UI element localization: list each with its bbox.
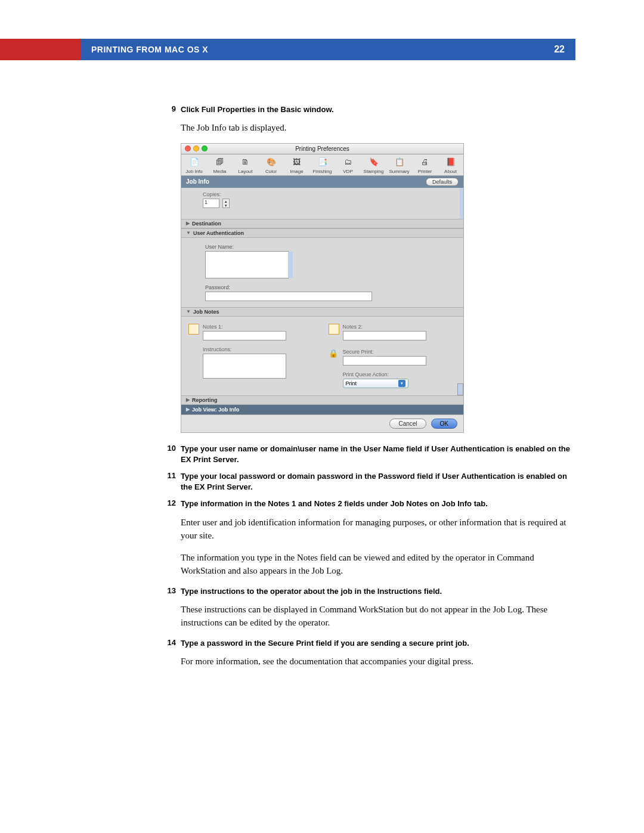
tab-color[interactable]: 🎨Color [258, 154, 284, 175]
user-auth-panel: User Name: Password: [181, 238, 463, 307]
user-auth-section[interactable]: ▼ User Authentication [181, 228, 463, 238]
ok-button[interactable]: OK [431, 419, 457, 429]
step-13: 13 Type instructions to the operator abo… [160, 586, 577, 597]
page-content: 9 Click Full Properties in the Basic win… [160, 104, 577, 677]
toolbar: 📄Job Info 🗐Media 🗎Layout 🎨Color 🖼Image 📑… [181, 154, 463, 176]
triangle-right-icon: ▶ [186, 397, 190, 402]
secure-print-label: Secure Print: [343, 349, 426, 355]
lock-icon: 🔒 [329, 349, 339, 360]
step-number: 13 [160, 586, 176, 597]
step-12: 12 Type information in the Notes 1 and N… [160, 498, 577, 509]
copies-panel: Copies: 1 ▴▾ [181, 188, 463, 219]
job-notes-panel: Notes 1: Instructions: Notes 2: [181, 317, 463, 395]
step-10: 10 Type your user name or domain\user na… [160, 444, 577, 465]
step-heading: Type your user name or domain\user name … [181, 444, 577, 465]
print-queue-action-dropdown[interactable]: Print ▾ [343, 379, 408, 388]
tab-stamping[interactable]: 🔖Stamping [361, 154, 386, 175]
tab-summary[interactable]: 📋Summary [386, 154, 412, 175]
step-12-body2: The information you type in the Notes fi… [181, 551, 577, 578]
left-red-column [0, 39, 80, 60]
triangle-down-icon: ▼ [186, 309, 191, 314]
reporting-section[interactable]: ▶ Reporting [181, 395, 463, 405]
minimize-icon[interactable] [193, 145, 199, 151]
step-heading: Type your local password or domain passw… [181, 471, 577, 493]
notes2-field[interactable] [343, 331, 426, 340]
scrollbar[interactable] [460, 188, 463, 219]
password-label: Password: [205, 284, 445, 290]
tab-printer[interactable]: 🖨Printer [412, 154, 438, 175]
image-icon: 🖼 [292, 157, 302, 168]
zoom-icon[interactable] [202, 145, 208, 151]
section-title: Job Info [186, 178, 209, 185]
page-number: 22 [554, 44, 565, 55]
color-icon: 🎨 [266, 157, 277, 168]
step-9: 9 Click Full Properties in the Basic win… [160, 104, 577, 115]
step-heading: Type instructions to the operator about … [181, 586, 577, 597]
traffic-lights [185, 145, 208, 151]
stamping-icon: 🔖 [369, 157, 379, 168]
page-header: PRINTING FROM MAC OS X 22 [80, 39, 575, 60]
step-heading: Type a password in the Secure Print fiel… [181, 638, 577, 649]
triangle-right-icon: ▶ [186, 221, 190, 226]
page-icon: 📄 [189, 157, 200, 168]
printer-icon: 🖨 [420, 157, 431, 168]
note-icon [188, 324, 199, 335]
scroll-arrows[interactable] [457, 383, 463, 395]
tab-finishing[interactable]: 📑Finishing [309, 154, 335, 175]
cancel-button[interactable]: Cancel [389, 419, 426, 429]
window-title: Printing Preferences [295, 145, 349, 152]
job-notes-section[interactable]: ▼ Job Notes [181, 307, 463, 317]
print-queue-action-label: Print Queue Action: [343, 371, 426, 377]
notes1-label: Notes 1: [203, 324, 286, 330]
instructions-field[interactable] [203, 354, 286, 379]
dropdown-arrow-icon: ▾ [398, 380, 405, 387]
step-number: 12 [160, 498, 176, 509]
step-number: 9 [160, 104, 176, 115]
job-info-section-header: Job Info Defaults [181, 176, 463, 188]
tab-job-info[interactable]: 📄Job Info [181, 154, 207, 175]
about-icon: 📕 [445, 157, 456, 168]
notes1-field[interactable] [203, 331, 286, 340]
note-icon [329, 324, 339, 335]
tab-image[interactable]: 🖼Image [284, 154, 309, 175]
copies-label: Copies: [203, 191, 445, 197]
password-field[interactable] [205, 292, 372, 301]
triangle-down-icon: ▼ [186, 230, 191, 236]
tab-about[interactable]: 📕About [438, 154, 463, 175]
username-field[interactable] [205, 251, 289, 278]
secure-print-field[interactable] [343, 356, 426, 366]
notes2-label: Notes 2: [343, 324, 426, 330]
summary-icon: 📋 [394, 157, 405, 168]
step-12-body1: Enter user and job identification inform… [181, 516, 577, 543]
vdp-icon: 🗂 [343, 157, 354, 168]
instructions-label: Instructions: [203, 346, 286, 352]
printing-preferences-screenshot: Printing Preferences 📄Job Info 🗐Media 🗎L… [181, 143, 464, 433]
tab-media[interactable]: 🗐Media [207, 154, 233, 175]
close-icon[interactable] [185, 145, 191, 151]
header-title: PRINTING FROM MAC OS X [91, 45, 208, 54]
destination-section[interactable]: ▶ Destination [181, 219, 463, 228]
step-heading: Click Full Properties in the Basic windo… [181, 104, 577, 115]
step-14-body: For more information, see the documentat… [181, 655, 577, 668]
copies-stepper[interactable]: ▴▾ [222, 199, 230, 208]
job-view-section[interactable]: ▶ Job View: Job Info [181, 405, 463, 414]
defaults-button[interactable]: Defaults [426, 178, 459, 186]
media-icon: 🗐 [215, 157, 225, 168]
step-13-body: These instructions can be displayed in C… [181, 603, 577, 630]
triangle-right-icon: ▶ [186, 407, 190, 412]
tab-vdp[interactable]: 🗂VDP [335, 154, 361, 175]
step-number: 14 [160, 638, 176, 649]
dialog-footer: Cancel OK [181, 414, 463, 432]
step-11: 11 Type your local password or domain pa… [160, 471, 577, 493]
step-number: 10 [160, 444, 176, 465]
step-heading: Type information in the Notes 1 and Note… [181, 498, 577, 509]
username-label: User Name: [205, 244, 445, 250]
step-14: 14 Type a password in the Secure Print f… [160, 638, 577, 649]
finishing-icon: 📑 [317, 157, 328, 168]
tab-layout[interactable]: 🗎Layout [233, 154, 258, 175]
step-number: 11 [160, 471, 176, 493]
layout-icon: 🗎 [240, 157, 251, 168]
copies-input[interactable]: 1 [203, 199, 219, 208]
step-9-body: The Job Info tab is displayed. [181, 121, 577, 135]
window-titlebar: Printing Preferences [181, 144, 463, 154]
